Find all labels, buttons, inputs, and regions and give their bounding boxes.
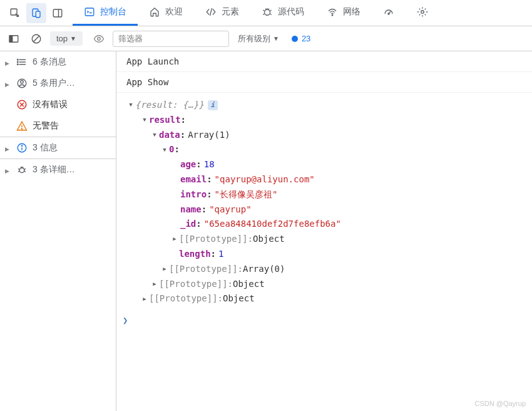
bug-icon xyxy=(16,164,28,175)
clear-console-icon[interactable] xyxy=(28,30,45,48)
tab-label: 网络 xyxy=(343,6,361,18)
sidebar-toggle-icon[interactable] xyxy=(5,30,23,48)
svg-rect-11 xyxy=(9,35,13,42)
info-badge-icon[interactable]: i xyxy=(208,100,218,110)
dock-icon[interactable] xyxy=(48,3,68,23)
chevron-down-icon: ▼ xyxy=(273,35,279,42)
svg-point-18 xyxy=(18,60,19,61)
tab-console[interactable]: 控制台 xyxy=(73,0,138,26)
svg-point-19 xyxy=(18,61,19,63)
sidebar-label: 没有错误 xyxy=(33,99,68,110)
expand-icon[interactable] xyxy=(170,234,179,244)
object-tree: {result: {…}} i result: data: Array(1) 0… xyxy=(116,93,532,311)
chevron-down-icon: ▼ xyxy=(70,35,76,42)
context-selector[interactable]: top ▼ xyxy=(50,31,83,46)
sidebar-label: 5 条用户… xyxy=(33,78,75,89)
expand-icon xyxy=(5,165,11,175)
log-line[interactable]: App Launch xyxy=(116,51,532,72)
log-line[interactable]: App Show xyxy=(116,72,532,93)
svg-point-30 xyxy=(21,145,22,146)
filter-bar: top ▼ 所有级别 ▼ 23 xyxy=(0,26,532,51)
svg-rect-3 xyxy=(53,9,62,17)
collapse-icon[interactable] xyxy=(150,130,159,140)
live-expression-icon[interactable] xyxy=(90,30,108,48)
svg-point-27 xyxy=(21,128,22,129)
tree-row[interactable]: age: 18 xyxy=(126,157,522,172)
collapse-icon[interactable] xyxy=(126,100,135,110)
elements-icon xyxy=(205,6,217,18)
expand-icon[interactable] xyxy=(160,264,169,274)
info-icon xyxy=(16,142,28,153)
tab-welcome[interactable]: 欢迎 xyxy=(138,0,194,26)
collapse-icon[interactable] xyxy=(140,115,149,125)
tree-row[interactable]: intro: "长得像吴彦祖" xyxy=(126,187,522,202)
filter-input[interactable] xyxy=(113,31,229,47)
sidebar-item-verbose[interactable]: 3 条详细… xyxy=(0,159,116,180)
sidebar-label: 3 条详细… xyxy=(33,164,75,175)
svg-rect-5 xyxy=(85,8,94,16)
tree-row-prototype[interactable]: [[Prototype]]: Object xyxy=(126,277,522,292)
tree-row-prototype[interactable]: [[Prototype]]: Array(0) xyxy=(126,262,522,277)
svg-line-13 xyxy=(34,36,39,41)
svg-point-9 xyxy=(421,11,424,14)
expand-icon xyxy=(5,58,11,67)
sidebar-label: 无警告 xyxy=(33,120,59,132)
tab-overflow[interactable] xyxy=(406,0,439,26)
svg-point-7 xyxy=(332,15,333,16)
tab-performance[interactable] xyxy=(372,0,406,26)
sidebar-item-warnings[interactable]: 无警告 xyxy=(0,115,116,137)
sidebar-item-info[interactable]: 3 信息 xyxy=(0,137,116,159)
sidebar-item-messages[interactable]: 6 条消息 xyxy=(0,51,116,73)
user-icon xyxy=(16,78,28,89)
tab-elements[interactable]: 元素 xyxy=(194,0,250,26)
console-prompt[interactable]: ❯ xyxy=(116,311,532,329)
message-dot-icon xyxy=(292,36,298,42)
error-icon xyxy=(16,99,28,110)
console-icon xyxy=(84,6,95,18)
tree-row[interactable]: email: "qayrup@aliyun.com" xyxy=(126,172,522,187)
issues-badge[interactable]: 23 xyxy=(288,34,314,43)
wifi-icon xyxy=(327,6,338,18)
tree-row[interactable]: name: "qayrup" xyxy=(126,202,522,217)
svg-point-22 xyxy=(21,81,24,84)
tab-sources[interactable]: 源代码 xyxy=(250,0,315,26)
tree-row-prototype[interactable]: [[Prototype]]: Object xyxy=(126,232,522,247)
tree-row[interactable]: data: Array(1) xyxy=(126,128,522,143)
svg-point-14 xyxy=(98,37,101,40)
tree-row[interactable]: 0: xyxy=(126,142,522,157)
collapse-icon[interactable] xyxy=(160,145,169,155)
expand-icon[interactable] xyxy=(150,279,159,289)
tree-row[interactable]: result: xyxy=(126,113,522,128)
sidebar-item-user[interactable]: 5 条用户… xyxy=(0,73,116,94)
gauge-icon xyxy=(383,6,394,18)
tree-row[interactable]: _id: "65ea848410def2d7fe8efb6a" xyxy=(126,217,522,232)
tab-label: 源代码 xyxy=(278,6,304,18)
device-toggle-icon[interactable] xyxy=(26,3,46,23)
warning-icon xyxy=(16,120,28,132)
log-level-selector[interactable]: 所有级别 ▼ xyxy=(234,33,283,44)
expand-icon[interactable] xyxy=(140,294,149,304)
sidebar: 6 条消息 5 条用户… 没有错误 无警告 3 信息 3 条详细… xyxy=(0,51,116,411)
tree-row-summary[interactable]: {result: {…}} i xyxy=(126,98,522,113)
issues-count: 23 xyxy=(302,34,310,43)
tab-label: 欢迎 xyxy=(165,6,183,18)
console-output: App Launch App Show {result: {…}} i resu… xyxy=(116,51,532,411)
svg-point-31 xyxy=(19,168,24,173)
tab-network[interactable]: 网络 xyxy=(315,0,372,26)
level-label: 所有级别 xyxy=(238,33,270,44)
sidebar-label: 3 信息 xyxy=(33,142,58,153)
expand-icon xyxy=(5,143,11,153)
home-icon xyxy=(149,6,160,18)
inspect-icon[interactable] xyxy=(5,3,25,23)
sidebar-label: 6 条消息 xyxy=(33,56,66,68)
svg-point-20 xyxy=(18,64,19,65)
context-label: top xyxy=(56,34,68,43)
svg-rect-2 xyxy=(36,11,40,18)
list-icon xyxy=(16,56,28,68)
tab-label: 元素 xyxy=(222,6,239,18)
svg-point-8 xyxy=(388,13,389,14)
bug-icon xyxy=(262,6,273,18)
tree-row-prototype[interactable]: [[Prototype]]: Object xyxy=(126,291,522,306)
tree-row[interactable]: length: 1 xyxy=(126,247,522,262)
sidebar-item-errors[interactable]: 没有错误 xyxy=(0,94,116,115)
